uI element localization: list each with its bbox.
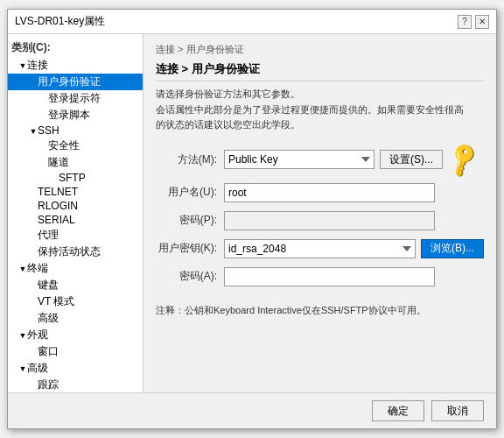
title-bar-buttons: ? ✕: [458, 15, 489, 29]
key-icon: 🔑: [443, 139, 484, 180]
passphrase-label: 密码(A):: [156, 269, 217, 284]
sidebar: 类别(C): ▼连接 用户身份验证 登录提示符 登录脚本 ▼SSH 安全性 隧道: [8, 34, 144, 392]
help-button[interactable]: ?: [458, 15, 472, 29]
sidebar-item-window[interactable]: 窗口: [8, 343, 143, 360]
sidebar-item-terminal[interactable]: ▼终端: [8, 260, 143, 277]
sidebar-item-trace[interactable]: 跟踪: [8, 377, 143, 392]
dialog-content: 类别(C): ▼连接 用户身份验证 登录提示符 登录脚本 ▼SSH 安全性 隧道: [8, 34, 496, 392]
dialog-title: LVS-DR01-key属性: [15, 14, 105, 29]
arrow-advanced2: ▼: [18, 364, 27, 373]
sidebar-item-security[interactable]: 安全性: [8, 138, 143, 154]
ok-button[interactable]: 确定: [372, 400, 424, 421]
userkey-select[interactable]: id_rsa_2048 id_rsa id_dsa: [224, 239, 416, 258]
description-line2: 会话属性中此部分是为了登录过程更便捷而提供的。如果需要安全性很高: [156, 102, 484, 118]
sidebar-item-ssh[interactable]: ▼SSH: [8, 124, 143, 138]
browse-button[interactable]: 浏览(B)...: [421, 239, 484, 258]
sidebar-item-tunnel[interactable]: 隧道: [8, 154, 143, 171]
close-button[interactable]: ✕: [475, 15, 489, 29]
method-row: 方法(M): Public Key Password Keyboard Inte…: [156, 145, 484, 174]
username-label: 用户名(U):: [156, 185, 217, 200]
dialog-footer: 确定 取消: [8, 392, 496, 428]
category-label: 类别(C):: [8, 38, 143, 57]
dialog-window: LVS-DR01-key属性 ? ✕ 类别(C): ▼连接 用户身份验证 登录提…: [7, 9, 497, 429]
sidebar-item-login-prompt[interactable]: 登录提示符: [8, 90, 143, 107]
title-bar: LVS-DR01-key属性 ? ✕: [8, 10, 496, 34]
sidebar-item-serial[interactable]: SERIAL: [8, 213, 143, 227]
userkey-label: 用户密钥(K):: [156, 241, 217, 256]
sidebar-item-login-script[interactable]: 登录脚本: [8, 107, 143, 124]
username-row: 用户名(U):: [156, 183, 484, 202]
method-select[interactable]: Public Key Password Keyboard Interactive…: [224, 150, 374, 169]
arrow-ssh: ▼: [29, 127, 38, 136]
sidebar-item-keepalive[interactable]: 保持活动状态: [8, 244, 143, 260]
passphrase-input[interactable]: [224, 267, 435, 286]
sidebar-item-telnet[interactable]: TELNET: [8, 185, 143, 199]
userkey-row: 用户密钥(K): id_rsa_2048 id_rsa id_dsa 浏览(B)…: [156, 239, 484, 258]
arrow-connect: ▼: [18, 61, 27, 70]
settings-button[interactable]: 设置(S)...: [380, 150, 443, 169]
arrow-appearance: ▼: [18, 331, 27, 340]
password-input: [224, 211, 435, 230]
note-text: 注释：公钥和Keyboard Interactive仅在SSH/SFTP协议中可…: [156, 304, 484, 317]
sidebar-item-user-auth[interactable]: 用户身份验证: [8, 74, 143, 90]
sidebar-item-appearance[interactable]: ▼外观: [8, 327, 143, 343]
userkey-container: id_rsa_2048 id_rsa id_dsa 浏览(B)...: [224, 239, 484, 258]
description-line3: 的状态的话建议以您空出此学段。: [156, 117, 484, 133]
username-input[interactable]: [224, 183, 435, 202]
password-row: 密码(P):: [156, 211, 484, 230]
method-label: 方法(M):: [156, 152, 217, 167]
passphrase-row: 密码(A):: [156, 267, 484, 286]
sidebar-item-advanced[interactable]: 高级: [8, 310, 143, 327]
key-icon-area: 🔑: [443, 145, 484, 174]
section-title: 连接 > 用户身份验证: [156, 61, 484, 81]
description-line1: 请选择身份验证方法和其它参数。: [156, 87, 484, 102]
sidebar-item-advanced2[interactable]: ▼高级: [8, 360, 143, 377]
sidebar-item-vt-mode[interactable]: VT 模式: [8, 293, 143, 310]
sidebar-item-keyboard[interactable]: 键盘: [8, 277, 143, 293]
description: 请选择身份验证方法和其它参数。 会话属性中此部分是为了登录过程更便捷而提供的。如…: [156, 87, 484, 133]
method-select-container: Public Key Password Keyboard Interactive…: [224, 150, 443, 169]
sidebar-item-rlogin[interactable]: RLOGIN: [8, 199, 143, 213]
sidebar-item-connect[interactable]: ▼连接: [8, 57, 143, 74]
cancel-button[interactable]: 取消: [431, 400, 484, 421]
sidebar-item-sftp[interactable]: SFTP: [8, 171, 143, 185]
arrow-terminal: ▼: [18, 265, 27, 273]
password-label: 密码(P):: [156, 213, 217, 228]
breadcrumb: 连接 > 用户身份验证: [156, 43, 484, 56]
main-panel: 连接 > 用户身份验证 连接 > 用户身份验证 请选择身份验证方法和其它参数。 …: [144, 34, 496, 392]
sidebar-item-proxy[interactable]: 代理: [8, 227, 143, 244]
